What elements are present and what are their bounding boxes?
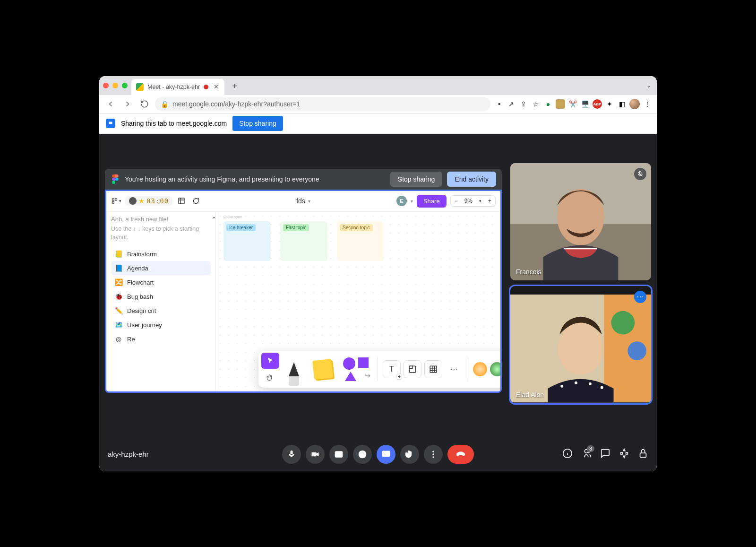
meet-bottom-bar: aky-hzpk-ehr 3: [99, 437, 657, 471]
stamp-tool-2[interactable]: [490, 362, 502, 376]
comment-icon[interactable]: [190, 196, 201, 206]
chevron-down-icon[interactable]: ▾: [411, 199, 413, 204]
host-controls-button[interactable]: [638, 448, 648, 460]
zoom-value: 9%: [462, 197, 475, 205]
figjam-canvas[interactable]: Quick sync Ice breaker First topic Secon…: [216, 212, 500, 391]
activity-bar: You're hosting an activity using Figma, …: [105, 169, 502, 190]
chat-button[interactable]: [600, 448, 610, 460]
zoom-in-button[interactable]: +: [485, 197, 494, 205]
extensions-menu-icon[interactable]: ✦: [605, 99, 614, 109]
zoom-out-button[interactable]: −: [452, 197, 461, 205]
reload-button[interactable]: [138, 97, 151, 111]
layout-icon[interactable]: [176, 196, 187, 206]
minimize-window-button[interactable]: [112, 83, 118, 88]
meeting-details-button[interactable]: [562, 448, 573, 460]
svg-point-24: [432, 456, 434, 458]
activity-stop-sharing-button[interactable]: Stop sharing: [390, 172, 443, 187]
svg-point-18: [601, 386, 603, 389]
meeting-code: aky-hzpk-ehr: [108, 450, 149, 458]
timer-widget[interactable]: ★ 03:00: [125, 196, 172, 206]
participant-tile[interactable]: Francois: [510, 163, 651, 280]
chevron-down-icon[interactable]: ▾: [476, 198, 484, 204]
marker-tool[interactable]: [282, 361, 306, 377]
open-external-icon[interactable]: ↗: [507, 99, 516, 109]
muted-icon: [634, 168, 646, 180]
chrome-menu-button[interactable]: ⋮: [643, 99, 652, 109]
figma-sidebar: Ahh, a fresh new file! Use the ↑ ↓ keys …: [106, 212, 216, 391]
participant-name: Francois: [516, 268, 541, 276]
hand-tool[interactable]: [261, 370, 279, 386]
select-tool[interactable]: [261, 353, 279, 369]
tab-close-button[interactable]: ✕: [212, 83, 220, 90]
participant-name: Elad Alon: [516, 391, 544, 399]
svg-rect-1: [112, 201, 114, 203]
tab-strip: Meet - aky-hzpk-ehr ✕ + ⌄: [99, 76, 657, 95]
card-tag: Second topic: [340, 224, 373, 231]
collaborator-avatar[interactable]: E: [396, 196, 407, 206]
camera-indicator-icon[interactable]: ▪️: [494, 99, 504, 109]
mic-button[interactable]: [282, 445, 301, 464]
zoom-control[interactable]: − 9% ▾ +: [450, 195, 496, 207]
file-title[interactable]: fds ▾: [296, 197, 310, 205]
forward-button[interactable]: [121, 97, 134, 111]
extension-1-icon[interactable]: ●: [543, 99, 553, 109]
canvas-card[interactable]: First topic: [280, 221, 327, 261]
browser-tab[interactable]: Meet - aky-hzpk-ehr ✕: [131, 79, 224, 95]
close-window-button[interactable]: [103, 83, 109, 88]
bookmark-icon[interactable]: ☆: [531, 99, 541, 109]
figma-share-button[interactable]: Share: [417, 195, 447, 208]
back-button[interactable]: [104, 97, 117, 111]
tab-title: Meet - aky-hzpk-ehr: [147, 84, 200, 90]
sidebar-item-bug-bash[interactable]: 🐞Bug bash: [111, 289, 211, 304]
canvas-card[interactable]: Ice breaker: [223, 221, 271, 261]
reactions-button[interactable]: [353, 445, 372, 464]
leave-call-button[interactable]: [447, 445, 474, 464]
captions-button[interactable]: [329, 445, 348, 464]
extension-4-icon[interactable]: 🖥️: [580, 99, 590, 109]
raise-hand-button[interactable]: [400, 445, 419, 464]
sidebar-item-agenda[interactable]: 📘Agenda: [111, 261, 211, 275]
maximize-window-button[interactable]: [122, 83, 128, 88]
abp-extension-icon[interactable]: ABP: [593, 99, 602, 109]
sidebar-item-flowchart[interactable]: 🔀Flowchart: [111, 275, 211, 289]
share-icon[interactable]: ⇪: [519, 99, 528, 109]
sidebar-item-design-crit[interactable]: ✏️Design crit: [111, 304, 211, 318]
more-options-button[interactable]: [424, 445, 443, 464]
table-tool[interactable]: [424, 360, 442, 378]
template-icon: 📒: [115, 250, 122, 258]
sticky-note-tool[interactable]: [309, 361, 337, 377]
stamp-tool-1[interactable]: [473, 362, 487, 376]
svg-point-20: [359, 451, 366, 458]
meet-favicon-icon: [136, 83, 144, 91]
extension-2-icon[interactable]: [556, 99, 565, 109]
new-tab-button[interactable]: +: [228, 79, 241, 93]
more-tools-button[interactable]: ⋯: [445, 361, 463, 377]
end-activity-button[interactable]: End activity: [447, 172, 496, 187]
participant-tile[interactable]: ⋯ Elad Alon: [510, 286, 651, 403]
sidebar-item-user-journey[interactable]: 🗺️User journey: [111, 318, 211, 332]
canvas-card[interactable]: Second topic: [337, 221, 384, 261]
figma-menu-button[interactable]: ▾: [111, 196, 121, 206]
address-bar[interactable]: 🔒 meet.google.com/aky-hzpk-ehr?authuser=…: [155, 97, 490, 111]
sidebar-item-brainstorm[interactable]: 📒Brainstorm: [111, 247, 211, 261]
extension-3-icon[interactable]: ✂️: [568, 99, 577, 109]
template-icon: ◎: [115, 335, 122, 343]
profile-avatar[interactable]: [629, 99, 640, 109]
present-button[interactable]: [377, 445, 395, 464]
svg-rect-0: [112, 199, 114, 200]
activities-button[interactable]: [619, 448, 629, 460]
text-tool[interactable]: T+: [383, 360, 401, 378]
stop-sharing-button[interactable]: Stop sharing: [232, 116, 283, 131]
browser-toolbar: 🔒 meet.google.com/aky-hzpk-ehr?authuser=…: [99, 95, 657, 114]
shapes-tool[interactable]: ↪: [340, 361, 373, 377]
svg-point-17: [589, 382, 592, 385]
tile-more-button[interactable]: ⋯: [634, 291, 646, 303]
sidebar-item-re[interactable]: ◎Re: [111, 332, 211, 346]
tab-overflow-button[interactable]: ⌄: [646, 82, 651, 89]
section-tool[interactable]: [404, 360, 421, 378]
sidepanel-icon[interactable]: ◧: [617, 99, 627, 109]
people-button[interactable]: 3: [581, 448, 592, 460]
star-icon: ★: [138, 197, 145, 205]
camera-button[interactable]: [306, 445, 325, 464]
video-feed: [510, 163, 651, 280]
